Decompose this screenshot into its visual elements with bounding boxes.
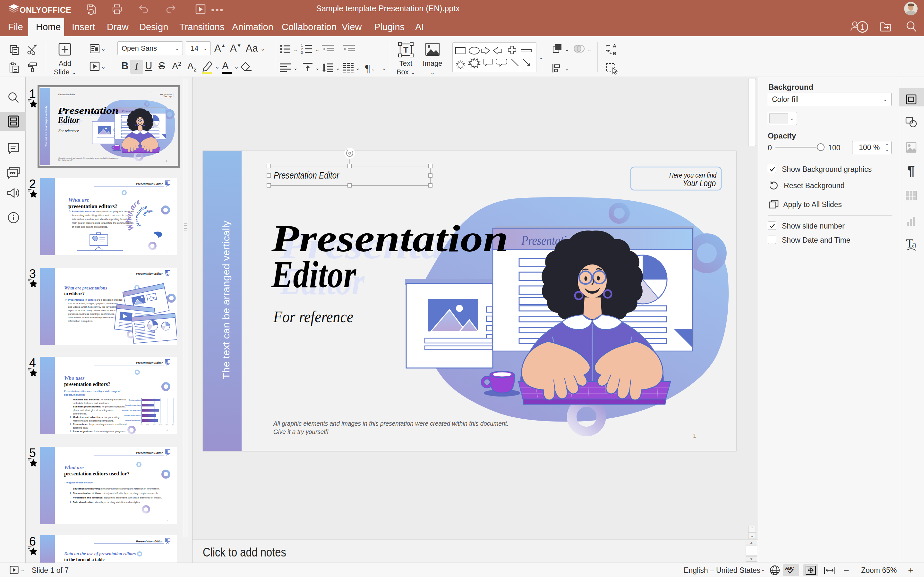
svg-text:3: 3 — [301, 51, 303, 55]
svg-text:Event organizers: Event organizers — [129, 400, 141, 401]
svg-text:Event organizers: for reviewin: Event organizers: for reviewing event pr… — [73, 430, 126, 433]
svg-text:100: 100 — [172, 424, 174, 426]
svg-text:What are presentations: What are presentations — [64, 285, 107, 290]
svg-text:60 %: 60 % — [159, 424, 162, 426]
svg-text:Who uses: Who uses — [64, 376, 85, 381]
svg-text:What are: What are — [68, 197, 89, 203]
svg-text:information in a clear and vis: information in a clear and visually appe… — [72, 218, 132, 221]
svg-text:presentation editors used for?: presentation editors used for? — [64, 471, 129, 477]
svg-text:other events where a visual re: other events where a visual representati… — [68, 316, 117, 319]
svg-text:Business Professionals: Business Professionals — [124, 415, 141, 416]
svg-text:in the form of a table: in the form of a table — [64, 557, 105, 562]
svg-text:Teachers and students: Teachers and students — [124, 420, 141, 422]
svg-text:plans, and strategies at meeti: plans, and strategies at meetings and — [73, 409, 113, 412]
svg-text:Communication of ideas: clearl: Communication of ideas: clearly and effe… — [73, 492, 159, 495]
svg-text:in editors?: in editors? — [64, 291, 84, 296]
svg-text:Persuasion and influence: supp: Persuasion and influence: supporting arg… — [73, 496, 162, 499]
svg-text:Scientific researchers: Scientific researchers — [125, 405, 141, 406]
svg-text:Marketers and advertisers: for: Marketers and advertisers: for presentin… — [73, 416, 120, 419]
svg-text:Marketers and advertisers: Marketers and advertisers — [122, 410, 141, 411]
svg-text:Data visualization: visually p: Data visualization: visually presenting … — [73, 501, 141, 504]
svg-text:B: B — [613, 51, 616, 56]
svg-text:T: T — [403, 45, 409, 55]
svg-text:Researchers: for presenting re: Researchers: for presenting research res… — [73, 423, 127, 426]
svg-text:marketing and advertising camp: marketing and advertising campaigns. — [73, 419, 114, 422]
svg-text:that include text, images, gra: that include text, images, graphics, ani… — [68, 302, 119, 305]
svg-text:80 %: 80 % — [166, 424, 169, 426]
svg-text:purposes, business meetings, c: purposes, business meetings, conferences… — [68, 313, 122, 316]
svg-text:scientific data.: scientific data. — [73, 426, 88, 429]
svg-text:presentation editors?: presentation editors? — [64, 382, 110, 387]
svg-text:conferences.: conferences. — [73, 412, 87, 415]
svg-text:report or lecture. They can be: report or lecture. They can be used for … — [68, 309, 123, 312]
svg-text:and videos, which help convey: and videos, which help convey the key po… — [68, 306, 122, 308]
svg-text:Presentation editors are used: Presentation editors are used by a wide … — [64, 390, 121, 393]
svg-text:people, including:: people, including: — [64, 393, 85, 396]
svg-text:Presentation editors are speci: Presentation editors are specialized pro… — [72, 210, 134, 213]
svg-text:1: 1 — [860, 23, 864, 31]
svg-text:of ideas and data to an audien: of ideas and data to an audience. — [72, 226, 108, 228]
svg-text:A: A — [613, 43, 616, 48]
svg-text:for creating and editing slide: for creating and editing slides, which a… — [72, 214, 133, 217]
svg-text:Business professionals: for pr: Business professionals: for presenting r… — [73, 405, 126, 408]
svg-text:Presentations in editors are a: Presentations in editors are a collectio… — [68, 298, 123, 301]
svg-text:20 %: 20 % — [146, 424, 150, 426]
svg-text:40 %: 40 % — [153, 424, 156, 426]
svg-text:0 %: 0 % — [141, 424, 143, 426]
svg-text:What are: What are — [64, 465, 84, 470]
svg-text:Education and learning: enhanc: Education and learning: enhancing unders… — [73, 487, 160, 490]
svg-text:The goals of use include:: The goals of use include: — [64, 481, 94, 484]
svg-text:Teachers and students: for cre: Teachers and students: for creating educ… — [73, 398, 126, 401]
svg-text:Data on the use of presentatio: Data on the use of presentation editors — [64, 551, 136, 556]
svg-text:information is required.: information is required. — [68, 319, 93, 322]
svg-text:materials, lectures, and semin: materials, lectures, and seminars. — [73, 402, 110, 405]
svg-text:presentation editors?: presentation editors? — [68, 203, 118, 210]
